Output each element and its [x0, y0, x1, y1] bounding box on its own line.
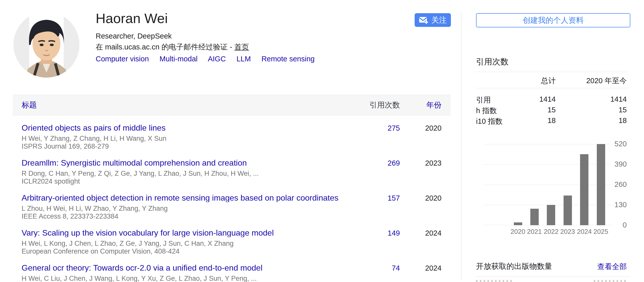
chart-bar-2020[interactable] [514, 222, 522, 225]
email-follow-icon [419, 16, 428, 24]
article-cited-by-link[interactable]: 74 [392, 264, 400, 272]
article-title-link[interactable]: Dreamllm: Synergistic multimodal compreh… [22, 158, 247, 167]
scholar-profile-page: Haoran Wei Researcher, DeepSeek 在 mails.… [0, 0, 644, 282]
article-title-link[interactable]: Arbitrary-oriented object detection in r… [22, 193, 338, 202]
article-cited-by-link[interactable]: 275 [388, 124, 400, 132]
vertical-divider [461, 12, 462, 280]
article-title-link[interactable]: General ocr theory: Towards ocr-2.0 via … [22, 263, 262, 272]
chart-xtick-label: 2025 [591, 228, 611, 236]
open-access-section: 开放获取的出版物数量 查看全部 [476, 261, 627, 272]
sort-by-year-link[interactable]: 年份 [426, 95, 442, 115]
stat-i10-index-all: 18 [548, 116, 556, 125]
article-authors: H Wei, Y Zhang, Z Chang, H Li, H Wang, X… [22, 135, 442, 143]
chart-bar-2023[interactable] [564, 196, 572, 225]
table-divider [476, 72, 627, 72]
stat-label-i10-index: i10 指数 [476, 116, 503, 127]
article-venue: IEEE Access 8, 223373-223384 [22, 213, 442, 220]
follow-button-label: 关注 [431, 15, 447, 25]
article-year: 2020 [425, 124, 442, 132]
article-year: 2024 [425, 264, 442, 272]
article-authors: H Wei, L Kong, J Chen, L Zhao, Z Ge, J Y… [22, 240, 442, 248]
article-authors: H Wei, C Liu, J Chen, J Wang, L Kong, Y … [22, 275, 442, 282]
chart-bar-2024[interactable] [580, 154, 588, 225]
article-title-link[interactable]: Vary: Scaling up the vision vocabulary f… [22, 228, 274, 237]
avatar-photo [13, 12, 79, 78]
stat-citations-all: 1414 [539, 95, 556, 103]
chart-ytick-label: 390 [615, 160, 627, 168]
article-cited-by-link[interactable]: 269 [388, 159, 400, 167]
interest-tag-computer-vision[interactable]: Computer vision [96, 55, 149, 63]
homepage-link[interactable]: 首页 [234, 43, 249, 51]
article-title-link[interactable]: Oriented objects as pairs of middle line… [22, 124, 165, 132]
stat-i10-index-since: 18 [619, 116, 627, 125]
create-profile-button[interactable]: 创建我的个人资料 [476, 13, 630, 27]
stat-label-h-index: h 指数 [476, 106, 497, 116]
stats-col-since: 2020 年至今 [586, 76, 627, 86]
stats-col-total: 总计 [541, 76, 556, 86]
verified-email-text: 在 mails.ucas.ac.cn 的电子邮件经过验证 - [96, 43, 234, 51]
interest-tag-llm[interactable]: LLM [236, 55, 251, 63]
chart-gridline [483, 144, 613, 144]
article-row: Vary: Scaling up the vision vocabulary f… [22, 228, 442, 255]
view-all-link[interactable]: 查看全部 [597, 262, 627, 272]
articles-table-header: 标题 引用次数 年份 [13, 95, 451, 115]
profile-name: Haoran Wei [96, 10, 168, 26]
stat-h-index-since: 15 [619, 106, 627, 114]
article-year: 2020 [425, 194, 442, 202]
interest-tag-multi-modal[interactable]: Multi-modal [160, 55, 198, 63]
clipped-text-sliver [476, 280, 514, 282]
article-year: 2024 [425, 229, 442, 237]
chart-bar-2025[interactable] [597, 144, 605, 225]
open-access-divider [476, 276, 630, 277]
table-divider [476, 88, 627, 88]
profile-affiliation: Researcher, DeepSeek [96, 32, 172, 40]
open-access-heading: 开放获取的出版物数量 [476, 262, 552, 270]
cited-by-column-header: 引用次数 [369, 95, 400, 115]
chart-ytick-label: 0 [623, 221, 627, 229]
article-venue: ISPRS Journal 169, 268-279 [22, 143, 442, 150]
article-authors: L Zhou, H Wei, H Li, W Zhao, Y Zhang, Y … [22, 205, 442, 213]
chart-bar-2022[interactable] [547, 205, 555, 225]
chart-ytick-label: 520 [615, 140, 627, 148]
article-venue: European Conference on Computer Vision, … [22, 248, 442, 255]
avatar[interactable] [13, 12, 79, 78]
article-cited-by-link[interactable]: 149 [388, 229, 400, 237]
interest-tag-remote-sensing[interactable]: Remote sensing [261, 55, 315, 63]
clipped-text-sliver [594, 280, 627, 282]
article-row: Arbitrary-oriented object detection in r… [22, 193, 442, 220]
chart-gridline [483, 185, 613, 185]
chart-ytick-label: 130 [615, 201, 627, 209]
article-authors: R Dong, C Han, Y Peng, Z Qi, Z Ge, J Yan… [22, 170, 442, 178]
verified-email-line: 在 mails.ucas.ac.cn 的电子邮件经过验证 - 首页 [96, 42, 249, 52]
chart-gridline [483, 164, 613, 165]
interest-tag-aigc[interactable]: AIGC [208, 55, 226, 63]
chart-ytick-label: 260 [615, 180, 627, 189]
article-row: General ocr theory: Towards ocr-2.0 via … [22, 263, 442, 282]
article-row: Dreamllm: Synergistic multimodal compreh… [22, 158, 442, 185]
article-row: Oriented objects as pairs of middle line… [22, 124, 442, 150]
chart-xtick-labels: 202020212022202320242025 [483, 228, 613, 235]
article-year: 2023 [425, 159, 442, 167]
stat-h-index-all: 15 [548, 106, 556, 114]
stat-label-citations: 引用 [476, 95, 491, 105]
chart-bar-2021[interactable] [530, 209, 539, 225]
article-cited-by-link[interactable]: 157 [388, 194, 400, 202]
citations-chart-plot [483, 144, 613, 225]
sort-by-title-link[interactable]: 标题 [22, 95, 37, 115]
follow-button[interactable]: 关注 [415, 13, 451, 27]
article-venue: ICLR2024 spotlight [22, 178, 442, 185]
citation-stats-table: 总计 2020 年至今 引用 1414 1414 h 指数 15 15 i10 … [476, 72, 627, 125]
stat-citations-since: 1414 [610, 95, 627, 103]
cited-by-heading: 引用次数 [476, 56, 509, 67]
interests-row: Computer vision Multi-modal AIGC LLM Rem… [96, 55, 323, 63]
chart-ytick-labels: 0130260390520 [608, 144, 627, 225]
